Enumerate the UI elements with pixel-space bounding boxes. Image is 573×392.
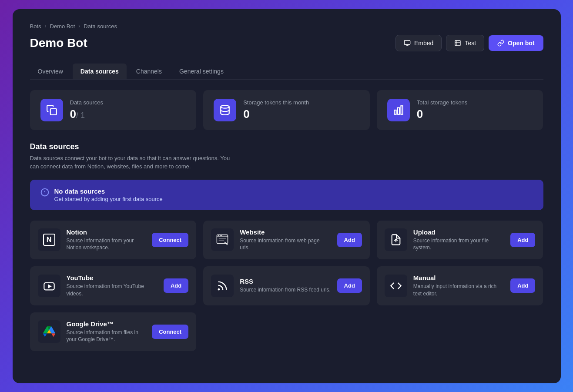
notion-info: Notion Source information from your Noti… bbox=[67, 228, 146, 252]
googledrive-icon-wrap bbox=[38, 320, 60, 343]
test-button[interactable]: Test bbox=[446, 35, 484, 51]
stat-info-data-sources: Data sources 0/ 1 bbox=[70, 99, 104, 121]
googledrive-icon bbox=[43, 325, 55, 338]
svg-marker-19 bbox=[48, 284, 51, 288]
tabs: Overview Data sources Channels General s… bbox=[30, 64, 543, 80]
tab-channels[interactable]: Channels bbox=[128, 64, 170, 79]
googledrive-name: Google Drive™ bbox=[67, 320, 146, 328]
info-banner-title: No data sources bbox=[54, 188, 163, 195]
googledrive-desc: Source information from files in your Go… bbox=[67, 329, 146, 344]
bar-chart-icon bbox=[393, 104, 404, 116]
info-icon bbox=[40, 188, 49, 199]
tab-general-settings[interactable]: General settings bbox=[171, 64, 231, 79]
youtube-icon-wrap bbox=[38, 275, 60, 297]
svg-rect-3 bbox=[50, 108, 56, 114]
stats-row: Data sources 0/ 1 Storage tokens this mo… bbox=[30, 90, 543, 130]
website-icon bbox=[216, 234, 228, 246]
svg-rect-0 bbox=[404, 40, 410, 44]
data-sources-sub: / 1 bbox=[76, 111, 85, 120]
embed-icon bbox=[404, 40, 411, 47]
svg-rect-5 bbox=[394, 110, 396, 114]
notion-icon-wrap: N bbox=[38, 228, 60, 251]
tab-overview[interactable]: Overview bbox=[30, 64, 71, 79]
section-desc: Data sources connect your bot to your da… bbox=[30, 154, 239, 171]
info-banner-sub: Get started by adding your first data so… bbox=[54, 196, 163, 202]
manual-icon bbox=[390, 280, 402, 292]
rss-icon bbox=[216, 280, 228, 292]
manual-add-button[interactable]: Add bbox=[510, 278, 535, 293]
source-card-upload: Upload Source information from your file… bbox=[377, 221, 543, 260]
embed-button[interactable]: Embed bbox=[395, 35, 442, 51]
storage-tokens-icon bbox=[214, 99, 236, 121]
total-tokens-stat-value: 0 bbox=[417, 107, 467, 121]
svg-point-12 bbox=[218, 235, 219, 236]
manual-desc: Manually input information via a rich te… bbox=[413, 283, 504, 298]
stat-info-total-tokens: Total storage tokens 0 bbox=[417, 99, 467, 121]
database-icon bbox=[219, 104, 231, 116]
svg-point-4 bbox=[221, 105, 229, 108]
open-bot-button[interactable]: Open bot bbox=[489, 35, 543, 51]
website-icon-wrap bbox=[211, 228, 234, 251]
embed-label: Embed bbox=[414, 40, 433, 47]
header-actions: Embed Test Open bot bbox=[395, 35, 543, 51]
youtube-add-button[interactable]: Add bbox=[164, 278, 188, 293]
source-card-youtube: YouTube Source information from YouTube … bbox=[30, 266, 197, 305]
notion-desc: Source information from your Notion work… bbox=[67, 237, 146, 252]
svg-rect-7 bbox=[401, 106, 402, 114]
manual-info: Manual Manually input information via a … bbox=[413, 274, 504, 298]
manual-name: Manual bbox=[413, 274, 504, 281]
breadcrumb-bots[interactable]: Bots bbox=[30, 23, 41, 30]
website-info: Website Source information from web page… bbox=[240, 228, 331, 252]
rss-name: RSS bbox=[240, 278, 331, 285]
website-desc: Source information from web page urls. bbox=[240, 237, 331, 252]
googledrive-info: Google Drive™ Source information from fi… bbox=[67, 320, 146, 344]
open-bot-label: Open bot bbox=[508, 40, 534, 47]
tab-data-sources[interactable]: Data sources bbox=[73, 64, 127, 79]
youtube-info: YouTube Source information from YouTube … bbox=[67, 274, 157, 298]
page-title: Demo Bot bbox=[30, 36, 87, 50]
test-icon bbox=[454, 40, 461, 47]
upload-desc: Source information from your file system… bbox=[413, 237, 504, 252]
website-add-button[interactable]: Add bbox=[337, 233, 362, 247]
stat-card-total-tokens: Total storage tokens 0 bbox=[377, 90, 543, 130]
source-card-rss: RSS Source information from RSS feed url… bbox=[203, 266, 370, 305]
breadcrumb-demo-bot[interactable]: Demo Bot bbox=[50, 23, 75, 30]
breadcrumb-sep-1: › bbox=[45, 23, 47, 29]
stat-info-storage-tokens: Storage tokens this month 0 bbox=[243, 99, 309, 121]
manual-icon-wrap bbox=[385, 275, 407, 297]
rss-add-button[interactable]: Add bbox=[337, 278, 362, 293]
source-card-manual: Manual Manually input information via a … bbox=[377, 266, 543, 305]
rss-icon-wrap bbox=[211, 275, 234, 297]
breadcrumb-data-sources: Data sources bbox=[84, 23, 117, 30]
svg-rect-6 bbox=[398, 107, 399, 114]
section-title: Data sources bbox=[30, 142, 543, 151]
website-name: Website bbox=[240, 228, 331, 236]
youtube-icon bbox=[43, 280, 55, 292]
main-container: Bots › Demo Bot › Data sources Demo Bot … bbox=[13, 9, 561, 383]
svg-rect-15 bbox=[219, 238, 226, 239]
breadcrumb-sep-2: › bbox=[78, 23, 80, 29]
info-banner: No data sources Get started by adding yo… bbox=[30, 180, 543, 210]
notion-connect-button[interactable]: Connect bbox=[152, 233, 188, 247]
upload-icon bbox=[390, 234, 402, 246]
storage-tokens-stat-label: Storage tokens this month bbox=[243, 99, 309, 106]
sources-grid: N Notion Source information from your No… bbox=[30, 221, 543, 352]
upload-add-button[interactable]: Add bbox=[510, 233, 535, 247]
svg-rect-16 bbox=[219, 240, 225, 241]
notion-icon: N bbox=[43, 234, 55, 246]
upload-icon-wrap bbox=[385, 228, 407, 251]
stat-card-data-sources: Data sources 0/ 1 bbox=[30, 90, 197, 130]
rss-desc: Source information from RSS feed urls. bbox=[240, 286, 331, 294]
data-sources-stat-label: Data sources bbox=[70, 99, 104, 106]
googledrive-connect-button[interactable]: Connect bbox=[152, 325, 188, 339]
svg-point-13 bbox=[220, 235, 221, 236]
svg-point-20 bbox=[218, 289, 219, 290]
rss-info: RSS Source information from RSS feed url… bbox=[240, 278, 331, 294]
upload-info: Upload Source information from your file… bbox=[413, 228, 504, 252]
source-card-website: Website Source information from web page… bbox=[203, 221, 370, 260]
upload-name: Upload bbox=[413, 228, 504, 236]
info-banner-content: No data sources Get started by adding yo… bbox=[54, 188, 163, 202]
data-sources-stat-value: 0/ 1 bbox=[70, 107, 104, 121]
total-tokens-stat-label: Total storage tokens bbox=[417, 99, 467, 106]
source-card-googledrive: Google Drive™ Source information from fi… bbox=[30, 312, 197, 352]
